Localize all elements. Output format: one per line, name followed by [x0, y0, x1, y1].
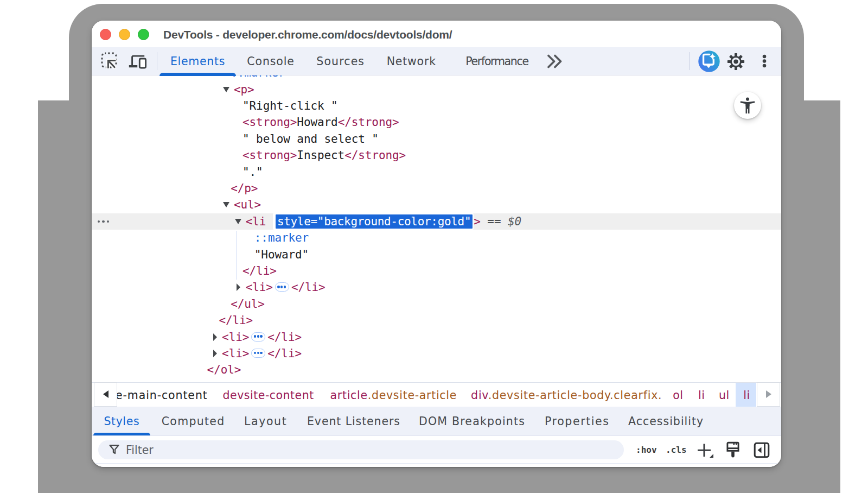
- menu-button[interactable]: [757, 47, 771, 75]
- breadcrumb-item-selected[interactable]: li: [743, 383, 750, 407]
- collapsed-content-pill[interactable]: [251, 349, 265, 358]
- backdrop-window-left: [38, 100, 69, 493]
- token-text: ".": [242, 166, 263, 179]
- token-tag: </ul>: [231, 298, 265, 311]
- inspect-button[interactable]: [100, 47, 120, 75]
- plus-icon: [696, 441, 716, 459]
- row-more-actions-icon[interactable]: [97, 213, 111, 230]
- pane-tab-dom-breakpoints[interactable]: DOM Breakpoints: [419, 407, 525, 435]
- pane-tab-layout[interactable]: Layout: [244, 407, 287, 435]
- tree-guide-line: [237, 231, 238, 280]
- tab-sources[interactable]: Sources: [305, 47, 376, 75]
- breadcrumb-item[interactable]: e-main-content: [116, 383, 208, 407]
- rendering-button[interactable]: [724, 440, 742, 459]
- tree-row[interactable]: <ul>: [92, 197, 781, 213]
- tree-row[interactable]: " below and select ": [92, 131, 781, 147]
- breadcrumb-scroll-right-button[interactable]: [757, 382, 780, 407]
- kebab-menu-icon: [762, 54, 767, 69]
- expand-arrow-down-icon[interactable]: [223, 202, 229, 207]
- toggle-hov-button[interactable]: :hov: [636, 440, 657, 459]
- tree-row[interactable]: <strong>Inspect</strong>: [92, 147, 781, 163]
- tab-console[interactable]: Console: [236, 47, 305, 75]
- device-toolbar-button[interactable]: [127, 47, 149, 75]
- dock-sidebar-button[interactable]: [752, 440, 771, 459]
- breadcrumb-item[interactable]: devsite-content: [223, 383, 314, 407]
- tree-row[interactable]: </li>: [92, 312, 781, 328]
- tree-row-selected[interactable]: <li style="background-color:gold"> == $0: [92, 213, 781, 230]
- toggle-cls-button[interactable]: .cls: [666, 440, 687, 459]
- pane-tab-properties[interactable]: Properties: [545, 407, 610, 435]
- tree-row[interactable]: ::marker: [92, 75, 781, 81]
- tree-row[interactable]: </li>: [92, 263, 781, 279]
- pane-tab-styles[interactable]: Styles: [104, 407, 139, 435]
- pane-tab-event-listeners[interactable]: Event Listeners: [307, 407, 400, 435]
- tab-network[interactable]: Network: [376, 47, 448, 75]
- expand-arrow-right-icon[interactable]: [213, 333, 217, 341]
- tree-row[interactable]: <strong>Howard</strong>: [92, 114, 781, 130]
- more-dot: [107, 220, 110, 223]
- pane-tab-accessibility[interactable]: Accessibility: [628, 407, 704, 435]
- tab-performance[interactable]: Performance: [447, 47, 547, 75]
- expand-arrow-down-icon[interactable]: [235, 219, 241, 224]
- expand-arrow-right-icon[interactable]: [237, 283, 240, 291]
- dom-tree: ::marker<p>"Right-click "<strong>Howard<…: [92, 75, 781, 378]
- funnel-icon: [108, 444, 120, 458]
- ai-assistance-button[interactable]: [698, 47, 720, 75]
- tree-row[interactable]: </ul>: [92, 296, 781, 312]
- expand-arrow-right-icon[interactable]: [213, 350, 217, 357]
- breadcrumb-part: .devsite-article: [368, 389, 457, 402]
- breadcrumb-item[interactable]: ul: [719, 383, 730, 407]
- tree-row[interactable]: <p>: [92, 81, 781, 98]
- zoom-button[interactable]: [138, 29, 149, 40]
- expand-arrow-down-icon[interactable]: [223, 87, 229, 92]
- stage: DevTools - developer.chrome.com/docs/dev…: [0, 0, 868, 493]
- accessibility-icon: [739, 97, 756, 114]
- pane-tab-computed[interactable]: Computed: [162, 407, 225, 435]
- styles-toolbar: Filter :hov .cls: [92, 437, 781, 467]
- collapsed-content-pill[interactable]: [251, 332, 265, 342]
- breadcrumb-part: article: [330, 389, 368, 402]
- toolbar-tabs: ElementsConsoleSourcesNetworkPerformance: [159, 47, 547, 75]
- token-tag: <strong>: [242, 116, 297, 129]
- token-tag: <p>: [234, 83, 254, 96]
- settings-button[interactable]: [726, 47, 745, 75]
- breadcrumb-item[interactable]: li: [698, 383, 705, 407]
- filter-placeholder: Filter: [126, 440, 154, 459]
- breadcrumb-part: li: [698, 389, 705, 402]
- elements-panel: ::marker<p>"Right-click "<strong>Howard<…: [92, 75, 781, 382]
- filter-input[interactable]: [98, 440, 624, 459]
- tab-elements[interactable]: Elements: [159, 47, 236, 75]
- pill-dot: [257, 335, 259, 337]
- token-text: "Right-click ": [242, 99, 338, 112]
- tree-row[interactable]: <li></li>: [92, 329, 781, 345]
- tree-row[interactable]: </ol>: [92, 362, 781, 378]
- token-dollar: $0: [508, 215, 521, 228]
- close-button[interactable]: [100, 29, 111, 40]
- tree-row[interactable]: "Right-click ": [92, 98, 781, 114]
- accessibility-fab[interactable]: [734, 92, 761, 119]
- backdrop-window-right: [803, 100, 840, 493]
- attribute-editor[interactable]: style="background-color:gold": [273, 213, 474, 230]
- token-tag: <ul>: [234, 198, 261, 211]
- new-style-rule-button[interactable]: [695, 440, 717, 459]
- token-tag: </strong>: [338, 116, 399, 129]
- token-tag: <li: [246, 215, 273, 228]
- tree-row[interactable]: </p>: [92, 180, 781, 197]
- tree-row[interactable]: ".": [92, 164, 781, 180]
- tree-row[interactable]: "Howard": [92, 246, 781, 263]
- token-pseudo: ::marker: [254, 231, 309, 244]
- more-tabs-button[interactable]: [546, 47, 565, 75]
- breadcrumb-item[interactable]: div.devsite-article-body.clearfix.: [471, 383, 662, 407]
- tree-row[interactable]: <li></li>: [92, 279, 781, 295]
- tree-row[interactable]: ::marker: [92, 230, 781, 246]
- devtools-toolbar: ElementsConsoleSourcesNetworkPerformance: [92, 47, 781, 75]
- minimize-button[interactable]: [119, 29, 130, 40]
- breadcrumb-scroll-left-button[interactable]: [94, 382, 117, 407]
- token-tag: </ol>: [207, 363, 241, 376]
- token-tag: </li>: [242, 264, 277, 277]
- token-tag: <li>: [246, 281, 273, 294]
- breadcrumb-item[interactable]: ol: [673, 383, 683, 407]
- tree-row[interactable]: <li></li>: [92, 345, 781, 362]
- collapsed-content-pill[interactable]: [275, 282, 289, 292]
- breadcrumb-item[interactable]: article.devsite-article: [330, 383, 457, 407]
